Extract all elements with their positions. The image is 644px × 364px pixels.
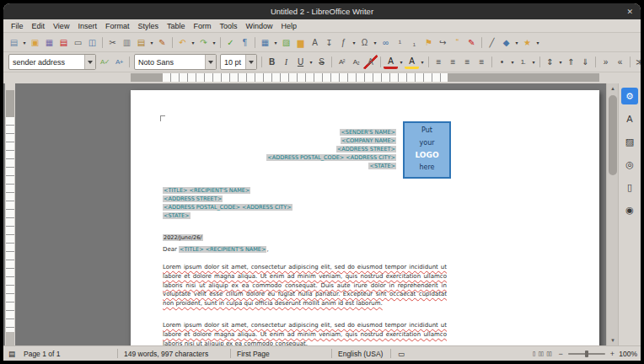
insert-chart-icon[interactable]: ▆ <box>293 35 308 50</box>
paste-dropdown-icon[interactable]: ▾ <box>148 35 155 50</box>
insert-image-icon[interactable]: ▨ <box>279 35 293 50</box>
horizontal-ruler[interactable] <box>3 72 641 83</box>
scroll-down-icon[interactable]: ▾ <box>607 335 619 345</box>
insert-footnote-icon[interactable]: ¹ <box>393 35 407 50</box>
increase-indent-button[interactable]: » <box>598 55 613 69</box>
menu-item[interactable]: Window <box>241 22 276 30</box>
sidebar-page-icon[interactable]: ▯ <box>621 179 638 195</box>
superscript-button[interactable]: A² <box>335 55 349 69</box>
decrease-paragraph-spacing-button[interactable]: ⇓ <box>578 55 593 69</box>
menu-item[interactable]: Table <box>163 22 190 30</box>
sidebar-inspector-icon[interactable]: ◉ <box>621 201 638 218</box>
track-changes-icon[interactable]: ✎ <box>464 35 479 50</box>
menu-item[interactable]: Edit <box>28 22 50 30</box>
undo-icon[interactable]: ↶ <box>175 35 190 50</box>
cross-reference-icon[interactable]: ↪ <box>436 35 450 50</box>
sidebar-navigator-icon[interactable]: ◎ <box>621 156 638 173</box>
page-count[interactable]: Page 1 of 1 <box>24 346 60 361</box>
vruler-top-margin[interactable] <box>6 90 14 117</box>
italic-button[interactable]: I <box>279 55 293 69</box>
symbol-shapes-icon[interactable]: ★ <box>520 35 534 50</box>
cut-icon[interactable]: ✂ <box>105 35 120 50</box>
view-book-icon[interactable]: ▯▯ <box>545 351 553 357</box>
font-color-dropdown-icon[interactable]: ▾ <box>398 55 405 69</box>
menu-item[interactable]: Form <box>189 22 215 30</box>
zoom-in-icon[interactable]: + <box>608 350 617 358</box>
logo-placeholder-frame[interactable]: PutyourLOGOhere <box>403 121 451 179</box>
basic-shapes-icon[interactable]: ◆ <box>499 35 513 50</box>
redo-dropdown-icon[interactable]: ▾ <box>211 35 217 50</box>
page-style[interactable]: First Page <box>237 346 270 361</box>
ruler-left-margin[interactable] <box>131 73 163 82</box>
view-multi-page-icon[interactable]: ▯▯ <box>537 351 545 357</box>
align-right-button[interactable]: ≡ <box>460 55 475 69</box>
new-document-icon[interactable]: ▤ <box>7 35 21 50</box>
zoom-slider-thumb[interactable] <box>585 351 588 357</box>
insert-field-icon[interactable]: ƒ <box>336 35 351 50</box>
formatting-marks-icon[interactable]: ¶ <box>238 35 252 50</box>
menu-item[interactable]: Insert <box>73 22 101 30</box>
subscript-button[interactable]: A₂ <box>349 55 363 69</box>
vertical-ruler[interactable] <box>5 83 15 345</box>
date-field[interactable]: 2022/June/26/ <box>163 234 203 241</box>
menu-item[interactable]: Tools <box>215 22 241 30</box>
symbol-shapes-dropdown-icon[interactable]: ▾ <box>534 35 541 50</box>
word-count[interactable]: 149 words, 997 characters <box>124 346 208 361</box>
insert-line-icon[interactable]: ╱ <box>485 35 499 50</box>
update-style-icon[interactable]: A✓ <box>98 55 112 69</box>
sidebar-properties-icon[interactable]: ⚙ <box>621 88 638 104</box>
combo-dropdown-icon[interactable] <box>205 55 216 69</box>
increase-paragraph-spacing-button[interactable]: ⇑ <box>564 55 578 69</box>
close-icon[interactable]: ✕ <box>626 3 633 19</box>
new-dropdown-icon[interactable]: ▾ <box>21 35 28 50</box>
sidebar-gallery-icon[interactable]: ▨ <box>621 133 638 150</box>
paragraph[interactable]: Lorem ipsum dolor sit amet, consectetur … <box>163 321 447 345</box>
spell-check-icon[interactable]: ✓ <box>223 35 238 50</box>
decrease-indent-button[interactable]: « <box>613 55 627 69</box>
special-character-dropdown-icon[interactable]: ▾ <box>372 35 378 50</box>
menu-item[interactable]: File <box>7 22 28 30</box>
zoom-slider[interactable] <box>568 353 605 355</box>
selection-mode-icon[interactable]: ▭ <box>398 346 405 361</box>
numbered-list-dropdown-icon[interactable]: ▾ <box>530 55 537 69</box>
align-left-button[interactable]: ≡ <box>432 55 446 69</box>
line-spacing-dropdown-icon[interactable]: ▾ <box>557 55 564 69</box>
highlight-color-dropdown-icon[interactable]: ▾ <box>419 55 426 69</box>
toolbar-overflow-icon[interactable]: ≫ <box>633 55 641 69</box>
combo-dropdown-icon[interactable] <box>84 55 95 69</box>
insert-table-icon[interactable]: ▦ <box>258 35 272 50</box>
view-single-page-icon[interactable]: ▯ <box>531 351 537 357</box>
align-center-button[interactable]: ≡ <box>446 55 460 69</box>
page[interactable]: PutyourLOGOhere <SENDER'S NAME><COMPANY … <box>131 90 599 345</box>
insert-hyperlink-icon[interactable]: ∞ <box>378 35 393 50</box>
vruler-text-area[interactable] <box>6 117 14 332</box>
justify-button[interactable]: ≡ <box>475 55 489 69</box>
menu-item[interactable]: Help <box>276 22 301 30</box>
undo-dropdown-icon[interactable]: ▾ <box>190 35 196 50</box>
combo-dropdown-icon[interactable] <box>245 55 256 69</box>
salutation-line[interactable]: Dear <TITLE> <RECIPIENT'S NAME>, <box>163 246 269 253</box>
menu-item[interactable]: Styles <box>133 22 163 30</box>
export-pdf-icon[interactable]: ▤ <box>56 35 71 50</box>
insert-endnote-icon[interactable]: ₁ <box>407 35 421 50</box>
merge-field[interactable]: <TITLE> <RECIPIENT'S NAME> <box>179 246 266 253</box>
font-name-combo[interactable]: Noto Sans <box>134 54 217 70</box>
merge-field[interactable]: <STATE> <box>368 163 396 169</box>
merge-field[interactable]: <STATE> <box>163 212 191 219</box>
paragraph-style-combo[interactable]: sender address <box>8 54 96 70</box>
redo-icon[interactable]: ↷ <box>196 35 211 50</box>
scrollbar-thumb[interactable] <box>609 95 617 175</box>
insert-bookmark-icon[interactable]: ⚑ <box>421 35 436 50</box>
paragraph[interactable]: Lorem ipsum dolor sit amet, consectetur … <box>163 263 447 308</box>
font-size-combo[interactable]: 10 pt <box>220 54 257 70</box>
numbered-list-button[interactable]: 1. <box>516 55 530 69</box>
special-character-icon[interactable]: Ω <box>357 35 372 50</box>
highlight-color-button[interactable]: A <box>405 55 419 69</box>
basic-shapes-dropdown-icon[interactable]: ▾ <box>513 35 520 50</box>
paste-icon[interactable]: ▤ <box>134 35 148 50</box>
document-canvas[interactable]: PutyourLOGOhere <SENDER'S NAME><COMPANY … <box>15 83 607 345</box>
save-icon[interactable]: ▦ <box>42 35 56 50</box>
ruler-right-margin[interactable] <box>448 73 599 82</box>
menu-item[interactable]: View <box>49 22 73 30</box>
print-icon[interactable]: ▭ <box>71 35 85 50</box>
